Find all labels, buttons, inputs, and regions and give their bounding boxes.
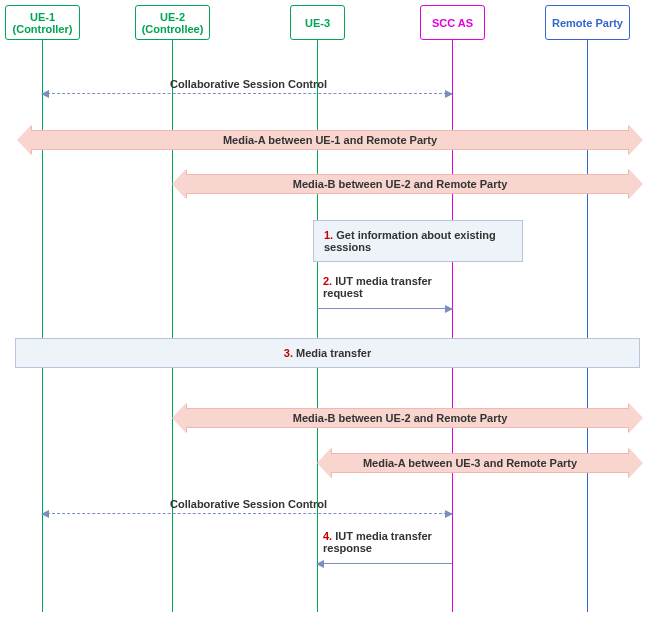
- step4-label: 4. IUT media transfer response: [323, 530, 453, 554]
- lane-label: SCC AS: [432, 17, 473, 29]
- lifeline-ue3: [317, 40, 318, 612]
- step1-box: 1. Get information about existing sessio…: [313, 220, 523, 262]
- lane-label: UE-3: [305, 17, 330, 29]
- collab-control-top-arrow: [42, 93, 452, 94]
- lifeline-ue2: [172, 40, 173, 612]
- lane-ue2: UE-2(Controllee): [135, 5, 210, 40]
- media-a-bot-label: Media-A between UE-3 and Remote Party: [363, 457, 577, 469]
- collab-control-bot-label: Collaborative Session Control: [170, 498, 327, 510]
- lifeline-ue1: [42, 40, 43, 612]
- media-a-top-label: Media-A between UE-1 and Remote Party: [223, 134, 437, 146]
- media-b-top-label: Media-B between UE-2 and Remote Party: [293, 178, 508, 190]
- step3-box: 3. Media transfer: [15, 338, 640, 368]
- step4-arrow: [317, 563, 452, 564]
- lane-label: UE-2(Controllee): [142, 11, 204, 35]
- collab-control-bot-arrow: [42, 513, 452, 514]
- sequence-diagram: UE-1(Controller) UE-2(Controllee) UE-3 S…: [0, 0, 664, 617]
- lane-label: Remote Party: [552, 17, 623, 29]
- lifeline-scc: [452, 40, 453, 612]
- lane-scc: SCC AS: [420, 5, 485, 40]
- collab-control-top-label: Collaborative Session Control: [170, 78, 327, 90]
- step2-arrow: [317, 308, 452, 309]
- step2-label: 2. IUT media transfer request: [323, 275, 453, 299]
- lane-label: UE-1(Controller): [13, 11, 73, 35]
- lane-ue1: UE-1(Controller): [5, 5, 80, 40]
- media-b-bot-label: Media-B between UE-2 and Remote Party: [293, 412, 508, 424]
- lifeline-remote: [587, 40, 588, 612]
- lane-ue3: UE-3: [290, 5, 345, 40]
- lane-remote: Remote Party: [545, 5, 630, 40]
